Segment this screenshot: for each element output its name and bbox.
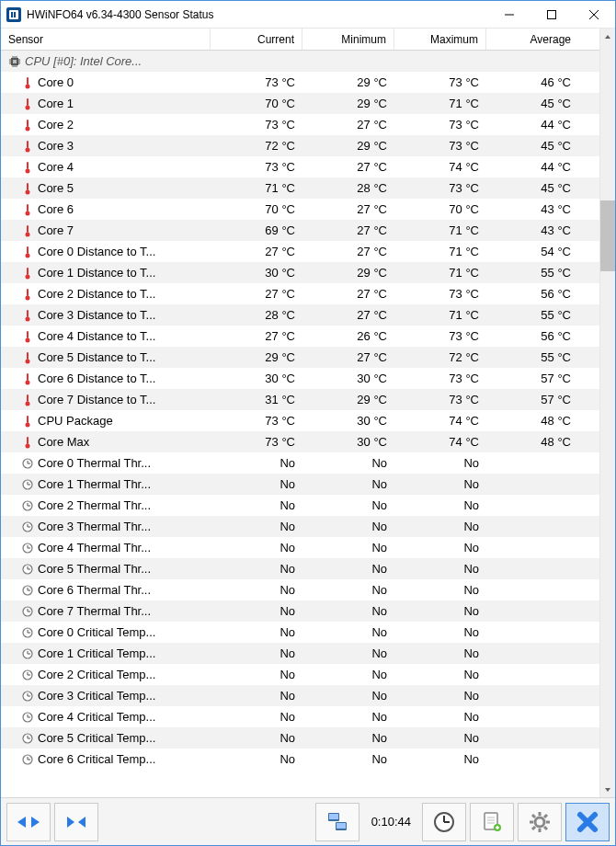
minimize-button[interactable] [488, 1, 530, 28]
cell-max: 73 °C [394, 118, 486, 131]
cell-min: No [302, 456, 394, 470]
cell-max: 73 °C [394, 393, 486, 406]
thermometer-icon [21, 415, 34, 428]
svg-point-21 [26, 105, 30, 109]
table-row[interactable]: Core 2 Thermal Thr...NoNoNo [1, 495, 599, 516]
header-average[interactable]: Average [486, 29, 578, 50]
table-row[interactable]: Core 5 Thermal Thr...NoNoNo [1, 558, 599, 579]
svg-rect-26 [27, 162, 29, 169]
table-row[interactable]: Core 0 Thermal Thr...NoNoNo [1, 452, 599, 474]
cell-max: 74 °C [394, 435, 486, 449]
table-row[interactable]: Core 4 Distance to T...27 °C26 °C73 °C56… [1, 326, 599, 347]
table-row[interactable]: Core 7 Distance to T...31 °C29 °C73 °C57… [1, 389, 599, 410]
sensor-table: Sensor Current Minimum Maximum Average [1, 29, 599, 797]
table-row[interactable]: Core 571 °C28 °C73 °C45 °C [1, 177, 599, 199]
expand-button[interactable] [6, 803, 51, 841]
table-row[interactable]: Core 473 °C27 °C74 °C44 °C [1, 156, 599, 177]
cell-max: 71 °C [394, 266, 486, 280]
header-maximum[interactable]: Maximum [394, 29, 486, 50]
svg-rect-18 [27, 77, 29, 85]
cell-max: 73 °C [394, 287, 486, 301]
scroll-thumb[interactable] [600, 200, 615, 271]
log-button[interactable] [470, 803, 514, 841]
table-row[interactable]: Core 0 Distance to T...27 °C27 °C71 °C54… [1, 241, 599, 262]
cell-avg: 46 °C [486, 75, 578, 89]
cell-avg: 57 °C [486, 393, 578, 406]
remote-button[interactable] [315, 803, 359, 841]
table-row[interactable]: Core 670 °C27 °C70 °C43 °C [1, 199, 599, 220]
table-row[interactable]: Core 1 Distance to T...30 °C29 °C71 °C55… [1, 262, 599, 283]
cell-avg: 45 °C [486, 139, 578, 153]
table-row[interactable]: Core 170 °C29 °C71 °C45 °C [1, 93, 599, 114]
titlebar[interactable]: HWiNFO64 v6.34-4300 Sensor Status [1, 1, 615, 29]
sensor-name: Core 7 Distance to T... [38, 393, 155, 406]
table-row[interactable]: Core 273 °C27 °C73 °C44 °C [1, 114, 599, 135]
group-row-cpu[interactable]: CPU [#0]: Intel Core... [1, 51, 599, 72]
svg-point-47 [26, 380, 30, 384]
table-row[interactable]: Core 3 Distance to T...28 °C27 °C71 °C55… [1, 304, 599, 326]
cell-min: No [302, 520, 394, 533]
table-row[interactable]: Core 769 °C27 °C71 °C43 °C [1, 220, 599, 241]
cell-cur: 73 °C [211, 160, 302, 174]
cell-max: 71 °C [394, 245, 486, 258]
svg-rect-24 [27, 141, 29, 148]
cell-cur: 29 °C [211, 350, 302, 364]
table-row[interactable]: Core 5 Critical Temp...NoNoNo [1, 727, 599, 749]
elapsed-time: 0:10:44 [363, 815, 418, 829]
svg-marker-100 [605, 788, 610, 792]
table-row[interactable]: Core 073 °C29 °C73 °C46 °C [1, 72, 599, 93]
sensor-name: Core 2 Thermal Thr... [38, 498, 151, 512]
table-row[interactable]: Core 6 Distance to T...30 °C30 °C73 °C57… [1, 368, 599, 389]
cell-max: No [394, 689, 486, 703]
table-row[interactable]: Core 4 Critical Temp...NoNoNo [1, 706, 599, 727]
collapse-button[interactable] [54, 803, 98, 841]
sensor-name: Core 1 Distance to T... [38, 266, 155, 280]
cell-max: 70 °C [394, 202, 486, 216]
table-row[interactable]: Core 6 Thermal Thr...NoNoNo [1, 579, 599, 600]
table-row[interactable]: Core 372 °C29 °C73 °C45 °C [1, 135, 599, 156]
svg-rect-50 [27, 416, 29, 423]
scroll-track[interactable] [600, 44, 615, 782]
thermometer-icon [21, 394, 34, 406]
svg-point-41 [26, 316, 30, 321]
clock-button[interactable] [422, 803, 466, 841]
svg-rect-48 [27, 394, 29, 402]
table-row[interactable]: Core 4 Thermal Thr...NoNoNo [1, 537, 599, 558]
thermometer-icon [21, 309, 34, 322]
cell-min: 29 °C [302, 97, 394, 110]
table-row[interactable]: Core 1 Critical Temp...NoNoNo [1, 643, 599, 664]
svg-marker-102 [31, 817, 40, 828]
table-row[interactable]: Core 0 Critical Temp...NoNoNo [1, 622, 599, 643]
cell-cur: 73 °C [211, 414, 302, 428]
table-row[interactable]: Core 5 Distance to T...29 °C27 °C72 °C55… [1, 347, 599, 368]
svg-point-45 [26, 359, 30, 363]
scroll-down-button[interactable] [600, 782, 615, 797]
table-row[interactable]: Core Max73 °C30 °C74 °C48 °C [1, 431, 599, 452]
cell-min: 30 °C [302, 414, 394, 428]
table-row[interactable]: Core 2 Distance to T...27 °C27 °C73 °C56… [1, 283, 599, 304]
table-row[interactable]: Core 3 Critical Temp...NoNoNo [1, 685, 599, 706]
table-row[interactable]: CPU Package73 °C30 °C74 °C48 °C [1, 410, 599, 431]
close-window-button[interactable] [565, 803, 610, 841]
header-current[interactable]: Current [211, 29, 302, 50]
vertical-scrollbar[interactable] [599, 29, 615, 797]
cell-max: 72 °C [394, 350, 486, 364]
header-sensor[interactable]: Sensor [1, 29, 211, 50]
clock-icon [21, 605, 34, 618]
sensor-name: Core 5 Critical Temp... [38, 731, 155, 745]
table-row[interactable]: Core 1 Thermal Thr...NoNoNo [1, 474, 599, 495]
close-button[interactable] [573, 1, 615, 28]
table-row[interactable]: Core 7 Thermal Thr...NoNoNo [1, 600, 599, 622]
cell-avg: 55 °C [486, 308, 578, 322]
scroll-up-button[interactable] [600, 29, 615, 44]
cell-cur: No [211, 752, 302, 766]
app-icon [6, 7, 21, 22]
settings-button[interactable] [518, 803, 562, 841]
svg-rect-1 [548, 10, 556, 18]
maximize-button[interactable] [530, 1, 573, 28]
table-row[interactable]: Core 6 Critical Temp...NoNoNo [1, 749, 599, 770]
table-row[interactable]: Core 3 Thermal Thr...NoNoNo [1, 516, 599, 537]
sensor-name: Core 2 [38, 118, 74, 131]
header-minimum[interactable]: Minimum [302, 29, 394, 50]
table-row[interactable]: Core 2 Critical Temp...NoNoNo [1, 664, 599, 685]
